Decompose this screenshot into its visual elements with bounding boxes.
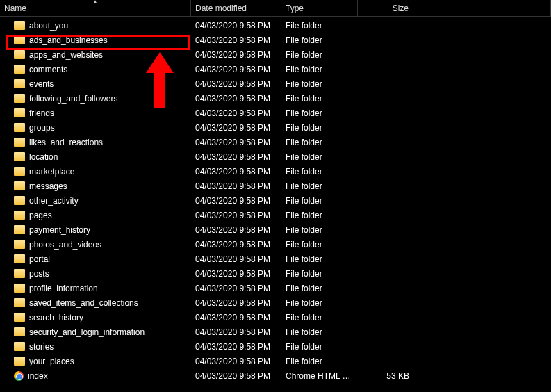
file-name-cell[interactable]: search_history xyxy=(0,313,191,322)
file-date-cell: 04/03/2020 9:58 PM xyxy=(191,269,281,279)
folder-icon xyxy=(14,284,25,293)
file-row[interactable]: payment_history04/03/2020 9:58 PMFile fo… xyxy=(0,222,551,237)
column-header-name[interactable]: Name ▲ xyxy=(0,0,191,16)
folder-icon xyxy=(14,94,25,103)
column-header-row: Name ▲ Date modified Type Size xyxy=(0,0,551,17)
file-row[interactable]: your_places04/03/2020 9:58 PMFile folder xyxy=(0,354,551,368)
file-name-cell[interactable]: portal xyxy=(0,254,191,264)
file-row[interactable]: photos_and_videos04/03/2020 9:58 PMFile … xyxy=(0,237,551,252)
file-date-cell: 04/03/2020 9:58 PM xyxy=(191,94,281,104)
file-name-cell[interactable]: events xyxy=(0,79,191,89)
file-name-cell[interactable]: following_and_followers xyxy=(0,94,191,104)
file-type-cell: File folder xyxy=(281,240,358,250)
folder-icon xyxy=(14,327,25,336)
file-name-cell[interactable]: photos_and_videos xyxy=(0,240,191,250)
file-name-cell[interactable]: marketplace xyxy=(0,167,191,177)
folder-icon xyxy=(14,152,25,161)
file-row[interactable]: location04/03/2020 9:58 PMFile folder xyxy=(0,149,551,164)
file-date-cell: 04/03/2020 9:58 PM xyxy=(191,35,281,45)
file-row[interactable]: apps_and_websites04/03/2020 9:58 PMFile … xyxy=(0,47,551,62)
file-name-cell[interactable]: about_you xyxy=(0,21,191,31)
folder-icon xyxy=(14,35,25,44)
file-name-cell[interactable]: other_activity xyxy=(0,196,191,206)
file-name-label: apps_and_websites xyxy=(29,50,103,60)
folder-icon xyxy=(14,50,25,59)
file-name-cell[interactable]: comments xyxy=(0,65,191,74)
file-row[interactable]: stories04/03/2020 9:58 PMFile folder xyxy=(0,339,551,354)
file-name-cell[interactable]: index xyxy=(0,371,191,381)
file-name-label: your_places xyxy=(29,357,74,366)
file-name-cell[interactable]: security_and_login_information xyxy=(0,327,191,337)
file-name-cell[interactable]: apps_and_websites xyxy=(0,50,191,60)
file-row[interactable]: groups04/03/2020 9:58 PMFile folder xyxy=(0,120,551,135)
column-header-date-label: Date modified xyxy=(195,3,247,13)
file-name-label: about_you xyxy=(29,21,68,31)
file-name-cell[interactable]: messages xyxy=(0,181,191,191)
folder-icon xyxy=(14,254,25,263)
file-row[interactable]: security_and_login_information04/03/2020… xyxy=(0,325,551,339)
file-row[interactable]: search_history04/03/2020 9:58 PMFile fol… xyxy=(0,310,551,325)
chrome-file-icon xyxy=(14,371,24,381)
file-name-label: stories xyxy=(29,342,54,352)
file-name-cell[interactable]: pages xyxy=(0,211,191,220)
file-name-label: marketplace xyxy=(29,167,74,177)
column-header-date[interactable]: Date modified xyxy=(191,0,281,16)
file-name-cell[interactable]: posts xyxy=(0,269,191,279)
file-row[interactable]: events04/03/2020 9:58 PMFile folder xyxy=(0,76,551,91)
file-date-cell: 04/03/2020 9:58 PM xyxy=(191,298,281,308)
file-name-cell[interactable]: location xyxy=(0,152,191,162)
file-row[interactable]: pages04/03/2020 9:58 PMFile folder xyxy=(0,208,551,222)
file-type-cell: File folder xyxy=(281,94,358,104)
file-row[interactable]: other_activity04/03/2020 9:58 PMFile fol… xyxy=(0,193,551,208)
file-type-cell: File folder xyxy=(281,50,358,60)
file-date-cell: 04/03/2020 9:58 PM xyxy=(191,327,281,337)
file-row[interactable]: posts04/03/2020 9:58 PMFile folder xyxy=(0,266,551,281)
file-type-cell: File folder xyxy=(281,327,358,337)
folder-icon xyxy=(14,196,25,205)
file-date-cell: 04/03/2020 9:58 PM xyxy=(191,211,281,220)
file-name-cell[interactable]: ads_and_businesses xyxy=(0,35,191,45)
file-type-cell: File folder xyxy=(281,181,358,191)
file-row[interactable]: saved_items_and_collections04/03/2020 9:… xyxy=(0,295,551,310)
file-name-label: groups xyxy=(29,123,55,133)
file-date-cell: 04/03/2020 9:58 PM xyxy=(191,79,281,89)
file-row[interactable]: index04/03/2020 9:58 PMChrome HTML Do...… xyxy=(0,368,551,383)
file-name-cell[interactable]: stories xyxy=(0,342,191,352)
file-date-cell: 04/03/2020 9:58 PM xyxy=(191,240,281,250)
file-type-cell: File folder xyxy=(281,211,358,220)
file-name-cell[interactable]: likes_and_reactions xyxy=(0,138,191,147)
file-name-cell[interactable]: profile_information xyxy=(0,284,191,293)
file-row[interactable]: likes_and_reactions04/03/2020 9:58 PMFil… xyxy=(0,135,551,149)
file-name-cell[interactable]: saved_items_and_collections xyxy=(0,298,191,308)
column-header-type-label: Type xyxy=(286,3,304,13)
file-date-cell: 04/03/2020 9:58 PM xyxy=(191,357,281,366)
file-name-label: pages xyxy=(29,211,52,220)
file-name-label: messages xyxy=(29,181,67,191)
file-name-cell[interactable]: groups xyxy=(0,123,191,133)
file-type-cell: File folder xyxy=(281,342,358,352)
file-row[interactable]: marketplace04/03/2020 9:58 PMFile folder xyxy=(0,164,551,179)
file-row[interactable]: about_you04/03/2020 9:58 PMFile folder xyxy=(0,18,551,33)
file-name-label: friends xyxy=(29,108,54,118)
file-name-cell[interactable]: your_places xyxy=(0,357,191,366)
file-name-label: saved_items_and_collections xyxy=(29,298,138,308)
file-row[interactable]: comments04/03/2020 9:58 PMFile folder xyxy=(0,62,551,76)
file-row[interactable]: friends04/03/2020 9:58 PMFile folder xyxy=(0,106,551,120)
file-row[interactable]: messages04/03/2020 9:58 PMFile folder xyxy=(0,179,551,193)
column-header-type[interactable]: Type xyxy=(281,0,358,16)
file-row[interactable]: following_and_followers04/03/2020 9:58 P… xyxy=(0,91,551,106)
folder-icon xyxy=(14,225,25,234)
file-type-cell: File folder xyxy=(281,196,358,206)
column-header-size[interactable]: Size xyxy=(358,0,413,16)
file-date-cell: 04/03/2020 9:58 PM xyxy=(191,65,281,74)
file-row[interactable]: ads_and_businesses04/03/2020 9:58 PMFile… xyxy=(0,33,551,47)
file-date-cell: 04/03/2020 9:58 PM xyxy=(191,254,281,264)
file-date-cell: 04/03/2020 9:58 PM xyxy=(191,313,281,322)
file-date-cell: 04/03/2020 9:58 PM xyxy=(191,371,281,381)
file-date-cell: 04/03/2020 9:58 PM xyxy=(191,21,281,31)
file-name-cell[interactable]: payment_history xyxy=(0,225,191,235)
file-row[interactable]: portal04/03/2020 9:58 PMFile folder xyxy=(0,252,551,266)
file-name-cell[interactable]: friends xyxy=(0,108,191,118)
file-row[interactable]: profile_information04/03/2020 9:58 PMFil… xyxy=(0,281,551,295)
file-type-cell: Chrome HTML Do... xyxy=(281,371,358,381)
